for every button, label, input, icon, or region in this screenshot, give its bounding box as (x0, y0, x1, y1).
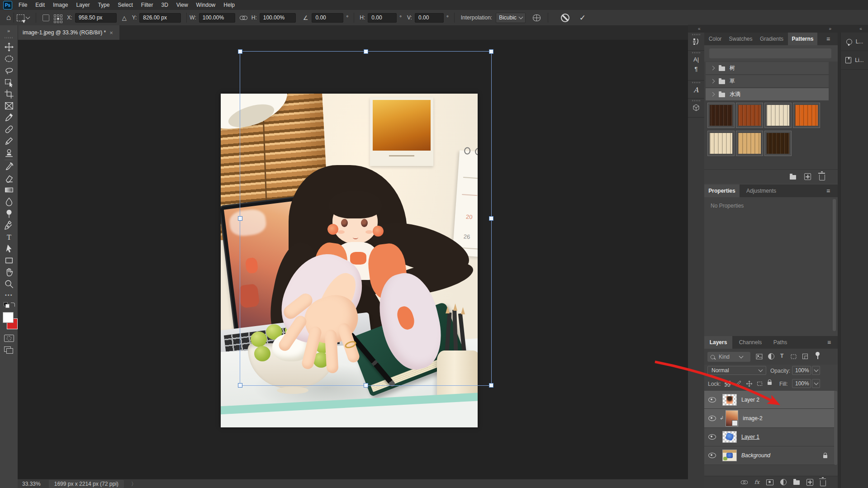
rectangle-tool[interactable] (4, 255, 14, 266)
tab-swatches[interactable]: Swatches (726, 33, 755, 45)
menu-file[interactable]: File (14, 0, 31, 10)
glyphs-panel-icon[interactable]: A (688, 81, 704, 99)
brush-tool[interactable] (4, 136, 14, 147)
pattern-search-input[interactable] (709, 48, 831, 58)
menu-layer[interactable]: Layer (72, 0, 94, 10)
commit-transform-icon[interactable]: ✓ (579, 13, 586, 23)
panel-menu-icon[interactable]: ≡ (826, 187, 830, 194)
object-selection-tool[interactable] (4, 77, 14, 88)
menu-image[interactable]: Image (49, 0, 72, 10)
layer-thumbnail[interactable] (722, 450, 737, 461)
fill-value[interactable]: 100% (792, 379, 811, 388)
brush-settings-panel-icon[interactable] (688, 33, 704, 51)
transform-bounding-box[interactable] (240, 51, 492, 386)
layer-thumbnail[interactable] (722, 394, 737, 406)
tab-channels[interactable]: Channels (733, 336, 768, 349)
quick-mask-icon[interactable] (4, 335, 14, 342)
frame-tool[interactable] (4, 100, 14, 111)
filter-adjustment-layers-icon[interactable] (768, 353, 774, 360)
menu-type[interactable]: Type (94, 0, 114, 10)
lock-position-icon[interactable] (746, 380, 753, 387)
elliptical-marquee-tool[interactable] (4, 53, 14, 64)
lock-artboard-icon[interactable] (756, 381, 763, 387)
paragraph-panel-icon[interactable]: ¶ (695, 66, 698, 72)
healing-brush-tool[interactable] (4, 124, 14, 135)
layer-thumbnail[interactable] (722, 431, 737, 443)
background-lock-icon[interactable] (823, 455, 827, 458)
fill-dropdown-arrow[interactable] (812, 379, 820, 388)
menu-3d[interactable]: 3D (157, 0, 172, 10)
layer-name[interactable]: image-2 (743, 415, 762, 422)
blur-tool[interactable] (4, 196, 14, 207)
type-tool[interactable]: T (4, 232, 14, 242)
pattern-swatch[interactable] (793, 103, 820, 128)
layer-row-layer2[interactable]: Layer 2 (704, 391, 835, 409)
collapse-panels-icon[interactable]: « (698, 26, 701, 31)
edit-toolbar-ellipsis[interactable]: ••• (5, 292, 13, 298)
layer-row-background[interactable]: Background (704, 446, 835, 465)
path-selection-tool[interactable] (4, 243, 14, 254)
height-input[interactable]: 100.00% (260, 13, 296, 23)
visibility-eye-icon[interactable] (708, 434, 716, 440)
layer-styles-fx-icon[interactable]: fx (754, 479, 759, 485)
libraries-panel-button[interactable]: Li... (841, 51, 868, 70)
lock-image-pixels-icon[interactable] (735, 380, 741, 387)
expander-icon[interactable] (711, 79, 715, 84)
transform-handle-middle-right[interactable] (489, 216, 493, 221)
pattern-folder-tree[interactable]: 树 (706, 62, 829, 74)
canvas-pasteboard[interactable]: 20 26 (18, 40, 688, 479)
warp-mode-toggle-icon[interactable] (533, 14, 541, 21)
visibility-eye-icon[interactable] (708, 397, 716, 403)
new-adjustment-layer-icon[interactable] (780, 479, 787, 485)
gradient-tool[interactable] (4, 185, 14, 195)
lock-transparent-pixels-icon[interactable] (725, 381, 730, 387)
photoshop-logo-icon[interactable]: Ps (3, 1, 12, 9)
materials-panel-icon[interactable] (688, 99, 704, 118)
new-layer-icon[interactable] (806, 479, 813, 486)
expand-toolbar-chevron[interactable]: » (7, 28, 10, 33)
panel-menu-icon[interactable]: ≡ (826, 35, 830, 43)
toolbar-grip[interactable] (5, 37, 13, 38)
add-layer-mask-icon[interactable] (766, 479, 773, 485)
visibility-eye-icon[interactable] (708, 416, 716, 421)
h-skew-input[interactable]: 0.00 (368, 13, 397, 23)
interpolation-dropdown[interactable]: Bicubic (496, 13, 526, 23)
zoom-tool[interactable] (4, 279, 14, 289)
transform-handle-top-center[interactable] (364, 49, 368, 54)
transform-tool-icon[interactable] (17, 14, 29, 21)
lock-all-icon[interactable] (768, 382, 772, 385)
filter-type-layers-icon[interactable]: T (780, 353, 783, 359)
document-tab[interactable]: image-1.jpeg @ 33.3% (RGB/8#) * × (18, 25, 119, 40)
new-group-icon[interactable] (790, 175, 796, 180)
expander-icon[interactable] (711, 92, 715, 97)
blend-mode-dropdown[interactable]: Normal (707, 366, 766, 375)
panel-menu-icon[interactable]: ≡ (827, 339, 831, 346)
pattern-folder-waterdrop-selected[interactable]: 水滴 (706, 88, 829, 100)
delete-icon[interactable] (819, 175, 825, 180)
transform-handle-bottom-left[interactable] (238, 383, 242, 388)
visibility-eye-icon[interactable] (708, 453, 716, 458)
new-pattern-icon[interactable] (804, 173, 811, 180)
dodge-tool[interactable] (4, 208, 14, 219)
pattern-swatch[interactable] (764, 131, 792, 156)
hand-tool[interactable] (4, 267, 14, 278)
link-layers-icon[interactable] (741, 480, 747, 483)
tab-color[interactable]: Color (704, 33, 726, 45)
clone-stamp-tool[interactable] (4, 147, 14, 158)
menu-edit[interactable]: Edit (31, 0, 49, 10)
transform-handle-top-right[interactable] (489, 49, 493, 54)
collapse-rail-icon[interactable]: « (859, 26, 862, 31)
learn-panel-button[interactable]: L... (841, 33, 868, 51)
layer-row-image2[interactable]: ↲ image-2 (704, 409, 835, 428)
tab-paths[interactable]: Paths (768, 336, 792, 349)
foreground-color-swatch[interactable] (3, 312, 14, 323)
properties-scrollbar[interactable] (833, 199, 836, 331)
close-tab-icon[interactable]: × (109, 29, 113, 36)
transform-handle-top-left[interactable] (238, 49, 242, 54)
expander-icon[interactable] (711, 66, 715, 71)
transform-handle-bottom-center[interactable] (364, 383, 368, 388)
pattern-swatch[interactable] (707, 103, 735, 128)
reference-point-locator[interactable] (54, 14, 61, 21)
character-panel-icon[interactable]: A| (693, 56, 699, 63)
tab-layers[interactable]: Layers (704, 336, 732, 349)
